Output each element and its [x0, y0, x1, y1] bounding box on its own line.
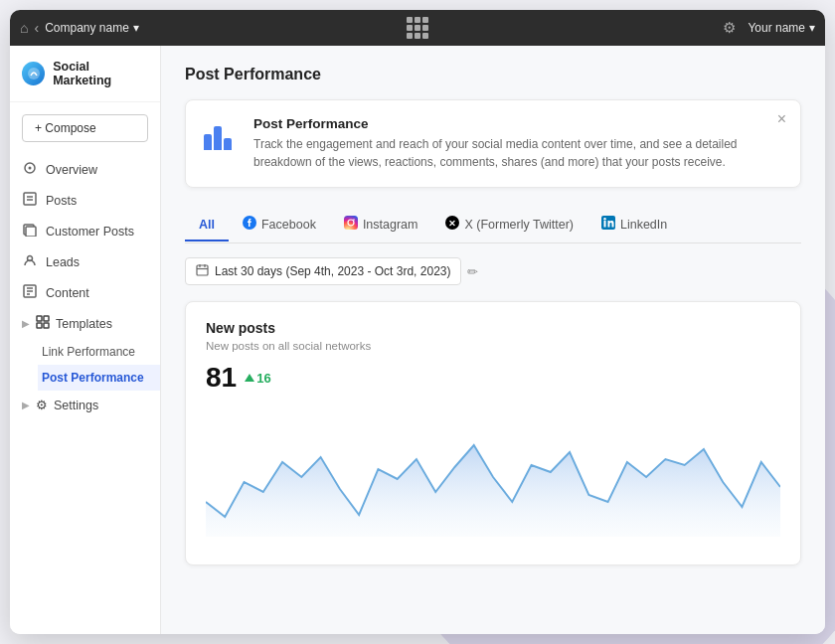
user-menu-button[interactable]: Your name ▾: [748, 21, 815, 35]
tab-facebook[interactable]: Facebook: [229, 208, 330, 242]
facebook-icon: [243, 216, 256, 233]
top-bar-left: ⌂ ‹ Company name ▾: [20, 20, 279, 36]
date-range-label: Last 30 days (Sep 4th, 2023 - Oct 3rd, 2…: [215, 264, 450, 278]
sidebar-item-posts[interactable]: Posts: [10, 185, 160, 216]
user-name-label: Your name: [748, 21, 805, 35]
instagram-icon: [344, 216, 358, 233]
top-bar: ⌂ ‹ Company name ▾ ⚙ Your na: [10, 10, 825, 46]
grid-dot: [407, 25, 413, 31]
svg-rect-16: [44, 323, 49, 328]
tab-label: Facebook: [261, 218, 316, 232]
metric-delta: 16: [245, 371, 270, 386]
svg-point-25: [603, 218, 605, 220]
grid-dot: [407, 33, 413, 39]
tab-label: All: [199, 218, 215, 232]
new-posts-card: New posts New posts on all social networ…: [185, 301, 801, 565]
back-icon[interactable]: ‹: [34, 20, 39, 36]
home-icon[interactable]: ⌂: [20, 20, 28, 36]
sidebar-item-link-performance[interactable]: Link Performance: [38, 339, 160, 365]
apps-grid-button[interactable]: [407, 17, 428, 39]
customer-posts-icon: [22, 223, 38, 240]
app-window: ⌂ ‹ Company name ▾ ⚙ Your na: [10, 10, 825, 634]
banner-title: Post Performance: [253, 116, 782, 131]
banner-text: Post Performance Track the engagement an…: [253, 116, 782, 171]
svg-rect-14: [44, 316, 49, 321]
sub-item-label: Link Performance: [42, 345, 135, 359]
edit-icon: ✏: [467, 264, 478, 279]
svg-rect-13: [37, 316, 42, 321]
templates-submenu: Link Performance Post Performance: [10, 339, 160, 391]
sidebar-item-leads[interactable]: Leads: [10, 246, 160, 277]
tab-linkedin[interactable]: LinkedIn: [587, 208, 681, 242]
templates-icon: [36, 315, 50, 332]
grid-dot: [415, 17, 420, 23]
svg-rect-26: [197, 265, 208, 275]
compose-button[interactable]: + Compose: [22, 114, 148, 142]
metric-row: 81 16: [206, 362, 780, 394]
sidebar-item-label: Templates: [56, 317, 112, 331]
tabs-row: All Facebook Instagram ✕: [185, 208, 801, 243]
user-dropdown-icon: ▾: [809, 21, 815, 35]
svg-rect-15: [37, 323, 42, 328]
tab-label: X (Formerly Twitter): [464, 218, 574, 232]
sidebar-item-settings[interactable]: ▶ ⚙ Settings: [10, 391, 160, 419]
tab-label: Instagram: [363, 218, 418, 232]
tab-instagram[interactable]: Instagram: [330, 208, 432, 242]
overview-icon: [22, 161, 38, 178]
metric-value: 81: [206, 362, 237, 394]
compose-label: + Compose: [35, 121, 96, 135]
grid-dot: [415, 33, 420, 39]
logo-icon: [22, 62, 45, 85]
sidebar-title: Social Marketing: [53, 60, 148, 87]
grid-dot: [422, 17, 428, 23]
svg-text:✕: ✕: [448, 219, 456, 229]
grid-dot: [422, 25, 428, 31]
settings-chevron-icon: ▶: [22, 400, 30, 410]
banner-description: Track the engagement and reach of your s…: [253, 135, 782, 171]
main-area: Social Marketing + Compose Overview: [10, 46, 825, 634]
grid-dot: [415, 25, 420, 31]
svg-point-0: [28, 68, 40, 80]
sub-item-label: Post Performance: [42, 371, 144, 385]
delta-value: 16: [256, 371, 270, 386]
up-arrow-icon: [245, 374, 254, 382]
chart-bar-1: [204, 134, 212, 150]
grid-dot: [422, 33, 428, 39]
templates-chevron-icon: ▶: [22, 318, 30, 329]
date-range-edit-button[interactable]: ✏: [467, 264, 478, 279]
sidebar-item-label: Posts: [46, 194, 77, 208]
gear-icon[interactable]: ⚙: [723, 19, 736, 37]
sidebar-item-label: Content: [46, 286, 89, 300]
leads-icon: [22, 253, 38, 270]
sidebar-item-post-performance[interactable]: Post Performance: [38, 365, 160, 391]
card-subtitle: New posts on all social networks: [206, 340, 780, 352]
svg-point-20: [353, 219, 355, 221]
sidebar-item-customer-posts[interactable]: Customer Posts: [10, 216, 160, 246]
svg-point-2: [29, 167, 32, 170]
tab-all[interactable]: All: [185, 210, 229, 242]
grid-dot: [407, 17, 413, 23]
top-bar-right: ⚙ Your name ▾: [556, 19, 815, 37]
sidebar-navigation: Overview Posts: [10, 150, 160, 423]
x-twitter-icon: ✕: [445, 216, 459, 233]
top-bar-center: [287, 17, 547, 39]
sidebar: Social Marketing + Compose Overview: [10, 46, 161, 634]
info-banner: Post Performance Track the engagement an…: [185, 99, 801, 188]
svg-rect-3: [24, 193, 36, 205]
tab-twitter[interactable]: ✕ X (Formerly Twitter): [431, 208, 587, 242]
linkedin-icon: [601, 216, 615, 233]
card-title: New posts: [206, 320, 780, 336]
sidebar-item-label: Leads: [46, 255, 80, 269]
sidebar-item-templates[interactable]: ▶ Templates: [10, 308, 160, 339]
page-title: Post Performance: [185, 66, 801, 83]
company-name-button[interactable]: Company name ▾: [45, 21, 139, 35]
date-range-button[interactable]: Last 30 days (Sep 4th, 2023 - Oct 3rd, 2…: [185, 257, 461, 285]
sidebar-item-content[interactable]: Content: [10, 277, 160, 308]
settings-icon: ⚙: [36, 398, 48, 412]
company-name-label: Company name: [45, 21, 129, 35]
sidebar-item-overview[interactable]: Overview: [10, 154, 160, 185]
banner-close-button[interactable]: ×: [777, 110, 786, 128]
area-chart: [206, 407, 780, 547]
chart-container: [206, 407, 780, 547]
sidebar-item-label: Customer Posts: [46, 225, 134, 239]
